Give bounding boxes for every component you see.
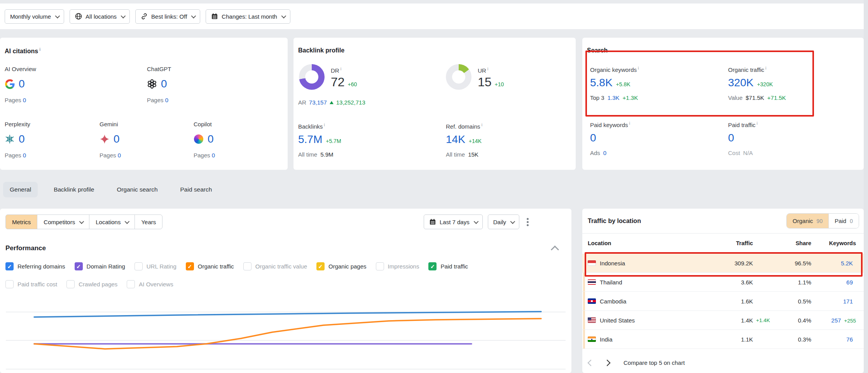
checked-checkbox-icon[interactable]: ✓ bbox=[316, 262, 325, 270]
unchecked-checkbox-icon[interactable] bbox=[376, 262, 384, 270]
metric-checkbox[interactable]: ✓Referring domains bbox=[5, 262, 65, 270]
kebab-menu-icon[interactable] bbox=[524, 216, 531, 228]
info-icon[interactable]: i bbox=[39, 47, 40, 52]
ar-value[interactable]: 73,157 bbox=[309, 99, 327, 106]
ref-domains-value[interactable]: 14K bbox=[446, 133, 465, 146]
cost-label: Cost bbox=[728, 150, 740, 156]
granularity-dropdown[interactable]: Daily bbox=[488, 214, 519, 229]
location-table-footer: Compare top 5 on chart bbox=[589, 359, 685, 366]
info-icon[interactable]: i bbox=[481, 122, 482, 127]
unchecked-checkbox-icon[interactable] bbox=[243, 262, 251, 270]
keywords-link[interactable]: 5.2K bbox=[841, 260, 853, 267]
location-row[interactable]: United States 1.4K +1.4K 0.4% 257+255 bbox=[582, 311, 864, 330]
traffic-by-location-card: Traffic by location Organic90 Paid0 Loca… bbox=[582, 209, 864, 373]
pages-count[interactable]: 0 bbox=[212, 152, 215, 159]
tab-backlink-profile[interactable]: Backlink profile bbox=[47, 182, 101, 197]
prev-page-chevron-icon[interactable] bbox=[588, 359, 594, 366]
paid-keywords-value[interactable]: 0 bbox=[590, 132, 596, 144]
info-icon[interactable]: i bbox=[629, 121, 630, 125]
gemini-count[interactable]: 0 bbox=[114, 133, 120, 145]
keywords-link[interactable]: 257 bbox=[831, 317, 841, 324]
metric-checkbox[interactable]: Paid traffic cost bbox=[5, 280, 57, 288]
metric-checkbox[interactable]: Crawled pages bbox=[66, 280, 117, 288]
years-segment[interactable]: Years bbox=[134, 214, 162, 229]
top3-value[interactable]: 1.3K bbox=[608, 94, 620, 101]
paid-toggle[interactable]: Paid0 bbox=[828, 214, 859, 228]
metric-checkbox[interactable]: URL Rating bbox=[134, 262, 176, 270]
metric-checkbox[interactable]: ✓Organic pages bbox=[316, 262, 367, 270]
metric-checkbox[interactable]: Organic traffic value bbox=[243, 262, 307, 270]
next-page-chevron-icon[interactable] bbox=[604, 359, 611, 366]
pages-count[interactable]: 0 bbox=[118, 152, 121, 159]
metric-checkbox[interactable]: ✓Paid traffic bbox=[428, 262, 468, 270]
pages-count[interactable]: 0 bbox=[23, 97, 26, 103]
organic-traffic-value[interactable]: 320K bbox=[728, 77, 753, 89]
organic-toggle[interactable]: Organic90 bbox=[787, 214, 828, 228]
pages-count[interactable]: 0 bbox=[165, 97, 168, 103]
competitors-segment[interactable]: Competitors bbox=[37, 214, 89, 229]
location-row[interactable]: Indonesia 309.2K 96.5% 5.2K bbox=[582, 254, 864, 273]
metric-checkbox-label: Domain Rating bbox=[87, 263, 125, 270]
unchecked-checkbox-icon[interactable] bbox=[134, 262, 143, 270]
info-icon[interactable]: i bbox=[324, 122, 325, 127]
info-icon[interactable]: i bbox=[757, 121, 758, 125]
keywords-change: +255 bbox=[844, 318, 856, 324]
collapse-chevron-icon[interactable] bbox=[551, 246, 559, 254]
keywords-link[interactable]: 171 bbox=[843, 298, 853, 305]
pages-label: Pages bbox=[5, 152, 21, 159]
unchecked-checkbox-icon[interactable] bbox=[127, 280, 135, 288]
backlinks-value[interactable]: 5.7M bbox=[298, 133, 322, 146]
paid-count: 0 bbox=[850, 218, 853, 224]
checked-checkbox-icon[interactable]: ✓ bbox=[75, 262, 83, 270]
metric-checkbox[interactable]: ✓Domain Rating bbox=[75, 262, 125, 270]
alltime-value: 15K bbox=[468, 151, 479, 158]
col-keywords: Keywords bbox=[811, 240, 856, 246]
locations-segment[interactable]: Locations bbox=[89, 214, 135, 229]
unchecked-checkbox-icon[interactable] bbox=[5, 280, 14, 288]
location-row[interactable]: Cambodia 1.6K 0.5% 171 bbox=[582, 292, 864, 311]
ads-value[interactable]: 0 bbox=[603, 150, 606, 156]
ai-overview-count[interactable]: 0 bbox=[19, 78, 25, 90]
vertical-scrollbar[interactable] bbox=[864, 0, 868, 373]
metric-checkbox[interactable]: ✓Organic traffic bbox=[186, 262, 234, 270]
checked-checkbox-icon[interactable]: ✓ bbox=[5, 262, 14, 270]
share-value: 96.5% bbox=[776, 260, 811, 267]
metrics-segment[interactable]: Metrics bbox=[5, 214, 37, 229]
info-icon[interactable]: i bbox=[638, 66, 639, 70]
keywords-link[interactable]: 69 bbox=[846, 279, 853, 286]
metric-checkbox[interactable]: Impressions bbox=[376, 262, 419, 270]
unchecked-checkbox-icon[interactable] bbox=[66, 280, 75, 288]
changes-dropdown[interactable]: Changes: Last month bbox=[206, 9, 290, 24]
checked-checkbox-icon[interactable]: ✓ bbox=[428, 262, 437, 270]
best-links-dropdown[interactable]: Best links: Off bbox=[135, 9, 200, 24]
tab-organic-search[interactable]: Organic search bbox=[110, 182, 164, 197]
perplexity-count[interactable]: 0 bbox=[19, 133, 25, 145]
copilot-count[interactable]: 0 bbox=[208, 133, 214, 145]
metric-checkbox[interactable]: AI Overviews bbox=[127, 280, 173, 288]
checked-checkbox-icon[interactable]: ✓ bbox=[186, 262, 194, 270]
paid-traffic-value[interactable]: 0 bbox=[728, 132, 734, 144]
tab-paid-search[interactable]: Paid search bbox=[174, 182, 219, 197]
up-triangle-icon bbox=[330, 101, 334, 104]
location-row[interactable]: India 1.1K 0.3% 76 bbox=[582, 330, 864, 349]
share-value: 0.3% bbox=[776, 336, 811, 343]
ref-domains-label: Ref. domainsi bbox=[446, 122, 562, 130]
all-locations-dropdown[interactable]: All locations bbox=[70, 9, 130, 24]
info-icon[interactable]: i bbox=[487, 66, 488, 71]
info-icon[interactable]: i bbox=[765, 66, 766, 70]
pages-count[interactable]: 0 bbox=[23, 152, 26, 159]
pages-label: Pages bbox=[194, 152, 210, 159]
chatgpt-count[interactable]: 0 bbox=[161, 78, 167, 90]
compare-top5-link[interactable]: Compare top 5 on chart bbox=[623, 359, 685, 366]
tab-general[interactable]: General bbox=[3, 182, 38, 197]
info-icon[interactable]: i bbox=[341, 66, 341, 71]
top3-label: Top 3 bbox=[590, 94, 604, 101]
monthly-volume-dropdown[interactable]: Monthly volume bbox=[5, 9, 64, 24]
ur-label: URi bbox=[478, 66, 488, 74]
date-range-dropdown[interactable]: Last 7 days bbox=[424, 214, 483, 229]
location-row[interactable]: Thailand 3.6K 1.1% 69 bbox=[582, 273, 864, 292]
performance-line-chart bbox=[0, 289, 571, 373]
organic-keywords-value[interactable]: 5.8K bbox=[590, 77, 613, 89]
ref-domains-change: +14K bbox=[469, 138, 482, 144]
keywords-link[interactable]: 76 bbox=[846, 336, 853, 343]
